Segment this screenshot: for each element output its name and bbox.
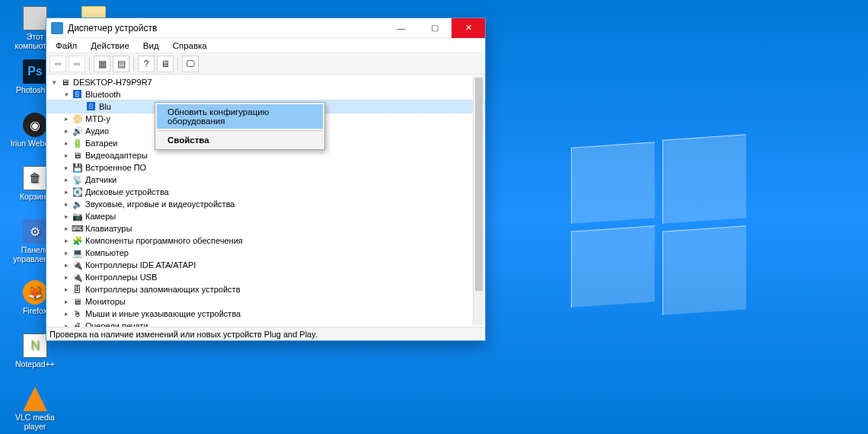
menu-item[interactable]: Файл (49, 40, 83, 52)
titlebar[interactable]: Диспетчер устройств — ▢ ✕ (46, 18, 485, 38)
tree-node-label: DESKTOP-H79P9R7 (73, 78, 152, 87)
computer-icon: 🖥 (59, 77, 71, 88)
device-icon: 🖱 (72, 308, 83, 320)
scan-hardware-button[interactable]: 🖥 (157, 56, 174, 72)
tree-node-label: Мыши и иные указывающие устройства (85, 309, 241, 318)
device-icon: ⌨ (72, 223, 83, 235)
scrollbar[interactable] (473, 76, 484, 325)
device-icon: 📡 (72, 174, 83, 186)
tree-root[interactable]: ▾🖥DESKTOP-H79P9R7 (46, 76, 485, 88)
collapse-icon[interactable]: ▾ (62, 91, 71, 98)
expander-spacer: ▸ (62, 310, 71, 318)
device-icon: 💽 (72, 187, 83, 198)
statusbar: Проверка на наличие изменений или новых … (46, 327, 485, 340)
context-menu-item[interactable]: Свойства (157, 132, 323, 148)
toolbar-btn-3[interactable]: ? (138, 56, 155, 72)
device-icon: 📷 (72, 211, 83, 222)
toolbar-btn-2[interactable]: ▤ (113, 56, 129, 72)
app-icon (51, 22, 63, 34)
device-icon: 🅱 (85, 101, 97, 113)
tree-node-label: Мониторы (85, 297, 126, 306)
device-icon: 💻 (72, 247, 83, 259)
device-icon: 🔌 (72, 260, 83, 271)
tree-node-label: Контроллеры USB (85, 273, 157, 282)
bin-icon: 🗑 (23, 166, 47, 190)
tree-node[interactable]: ▸💾Встроенное ПО (46, 161, 485, 174)
tree-node-label: Звуковые, игровые и видеоустройства (85, 199, 235, 209)
tree-node-label: Blu (99, 102, 111, 111)
tree-node[interactable]: ▸⌨Клавиатуры (46, 222, 485, 235)
tree-node-label: Аудио (85, 126, 109, 136)
desktop-icon-label: Notepad++ (8, 359, 62, 369)
status-text: Проверка на наличие изменений или новых … (49, 330, 318, 339)
tree-node[interactable]: ▸🔌Контроллеры IDE ATA/ATAPI (46, 259, 485, 271)
tree-node[interactable]: ▸🗄Контроллеры запоминающих устройств (46, 283, 485, 295)
toolbar-btn-5[interactable]: 🖵 (182, 56, 199, 72)
tree-node[interactable]: ▸🖥Мониторы (46, 295, 485, 308)
expander-spacer: ▸ (62, 176, 71, 183)
device-icon: 💾 (72, 162, 83, 174)
tree-node[interactable]: ▸🖱Мыши и иные указывающие устройства (46, 308, 485, 320)
window-title: Диспетчер устройств (68, 23, 385, 34)
expander-spacer: ▸ (62, 273, 71, 281)
device-icon: 📀 (72, 113, 83, 125)
tree-node[interactable]: ▸📷Камеры (46, 210, 485, 222)
expander-spacer: ▸ (62, 225, 71, 232)
context-menu-separator (158, 130, 322, 131)
tree-node-label: Дисковые устройства (85, 187, 169, 196)
ps-icon: Ps (23, 59, 47, 84)
expander-spacer: ▸ (62, 212, 71, 220)
expander-spacer: ▸ (62, 298, 71, 305)
device-icon: 🗄 (72, 284, 83, 295)
tree-node[interactable]: ▸🖥Видеоадаптеры (46, 149, 485, 161)
menubar: ФайлДействиеВидСправка (46, 38, 485, 53)
tree-node[interactable]: ▸💽Дисковые устройства (46, 186, 485, 198)
tree-node[interactable]: ▸💻Компьютер (46, 247, 485, 259)
panel-icon: ⚙ (23, 219, 47, 244)
tree-node-label: Батареи (85, 139, 118, 148)
expander-spacer: ▸ (62, 164, 71, 171)
desktop-icon[interactable]: VLC media player (8, 387, 62, 431)
scrollbar-thumb[interactable] (475, 78, 483, 291)
tree-node-label: Компоненты программного обеспечения (85, 236, 243, 245)
device-icon: 🧩 (72, 235, 83, 247)
maximize-button[interactable]: ▢ (418, 18, 452, 38)
expander-spacer: ▸ (62, 261, 71, 269)
device-manager-window: Диспетчер устройств — ▢ ✕ ФайлДействиеВи… (46, 18, 486, 341)
menu-item[interactable]: Вид (137, 40, 165, 52)
expander-spacer: ▸ (62, 115, 71, 123)
device-icon: 🖥 (72, 296, 83, 308)
minimize-button[interactable]: — (385, 18, 418, 38)
tree-node[interactable]: ▸🔈Звуковые, игровые и видеоустройства (46, 198, 485, 210)
menu-item[interactable]: Справка (167, 40, 213, 52)
tree-node[interactable]: ▸📡Датчики (46, 174, 485, 186)
tree-node[interactable]: ▸🖨Очереди печати (46, 320, 485, 327)
close-button[interactable]: ✕ (452, 18, 485, 38)
toolbar-btn-1[interactable]: ▦ (94, 56, 110, 72)
expander-spacer: ▸ (62, 286, 71, 293)
back-button[interactable]: ⬅ (49, 56, 66, 72)
expander-spacer: ▸ (62, 249, 71, 257)
desktop-icon-label: VLC media player (8, 413, 62, 431)
tree-node[interactable]: ▸🔌Контроллеры USB (46, 271, 485, 283)
tree-node-label: Bluetooth (85, 90, 120, 99)
device-icon: 🔈 (72, 199, 83, 210)
forward-button[interactable]: ➡ (69, 56, 85, 72)
device-icon: 🔊 (72, 126, 83, 137)
device-icon: 🖨 (72, 321, 83, 327)
tree-node-label: Датчики (85, 175, 116, 184)
cam-icon: ◉ (23, 113, 47, 137)
menu-item[interactable]: Действие (85, 40, 136, 52)
tree-node[interactable]: ▾🅱Bluetooth (46, 88, 485, 101)
vlc-icon (23, 387, 47, 411)
expander-spacer: ▸ (62, 188, 71, 196)
expander-spacer: ▸ (62, 127, 71, 135)
collapse-icon[interactable]: ▾ (49, 78, 59, 86)
ff-icon: 🦊 (23, 280, 47, 305)
tree-node-label: Контроллеры запоминающих устройств (85, 285, 240, 294)
device-icon: 🔋 (72, 138, 83, 149)
tree-node[interactable]: ▸🧩Компоненты программного обеспечения (46, 235, 485, 247)
context-menu-item[interactable]: Обновить конфигурацию оборудования (157, 104, 323, 129)
expander-spacer: ▸ (62, 237, 71, 244)
expander-spacer: ▸ (62, 139, 71, 147)
